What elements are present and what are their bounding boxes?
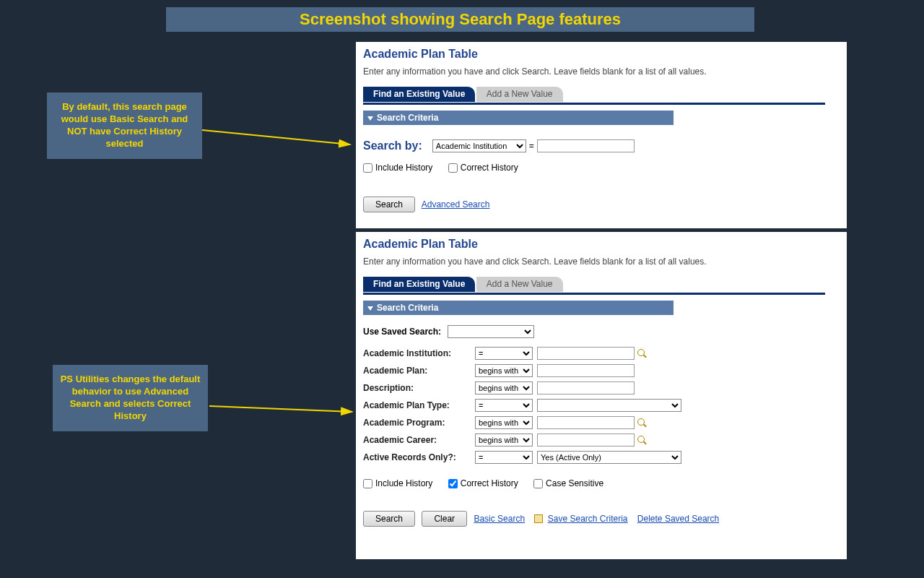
instructions: Enter any information you have and click… — [363, 256, 840, 267]
value-input[interactable] — [537, 364, 635, 377]
tab-add-new[interactable]: Add a New Value — [476, 277, 563, 292]
save-search-link[interactable]: Save Search Criteria — [548, 514, 628, 524]
value-input[interactable] — [537, 434, 635, 447]
search-criteria-header[interactable]: Search Criteria — [363, 301, 674, 315]
lookup-icon[interactable] — [637, 349, 648, 359]
operator-select[interactable]: = — [475, 347, 533, 360]
criteria-table: Academic Institution:=Academic Plan:begi… — [363, 342, 686, 468]
operator-select[interactable]: = — [475, 451, 533, 464]
correct-history-checkbox[interactable]: Correct History — [448, 478, 518, 488]
criteria-row: Academic Plan Type:= — [363, 399, 686, 412]
correct-history-checkbox[interactable]: Correct History — [448, 163, 518, 173]
criteria-row: Academic Program:begins with — [363, 416, 686, 429]
search-value-input[interactable] — [537, 139, 635, 152]
page-heading: Academic Plan Table — [363, 48, 840, 61]
field-label: Academic Plan Type: — [363, 399, 475, 412]
criteria-row: Academic Career:begins with — [363, 434, 686, 447]
svg-line-1 — [209, 406, 352, 412]
field-label: Academic Institution: — [363, 347, 475, 360]
svg-line-0 — [202, 130, 350, 144]
value-input[interactable] — [537, 347, 635, 360]
tab-add-new[interactable]: Add a New Value — [476, 87, 563, 102]
criteria-row: Description:begins with — [363, 381, 686, 394]
value-select[interactable]: Yes (Active Only) — [537, 451, 681, 464]
criteria-row: Academic Institution:= — [363, 347, 686, 360]
correct-history-label: Correct History — [461, 478, 518, 488]
tab-row: Find an Existing Value Add a New Value — [363, 277, 840, 293]
search-by-label: Search by: — [363, 139, 422, 152]
value-input[interactable] — [537, 416, 635, 429]
criteria-header-label: Search Criteria — [377, 303, 438, 313]
clear-button[interactable]: Clear — [422, 511, 467, 527]
operator-select[interactable]: = — [475, 399, 533, 412]
lookup-icon[interactable] — [637, 436, 648, 446]
include-history-checkbox[interactable]: Include History — [363, 478, 432, 488]
criteria-header-label: Search Criteria — [377, 113, 438, 123]
field-label: Active Records Only?: — [363, 451, 475, 464]
search-button[interactable]: Search — [363, 511, 415, 527]
tab-find-existing[interactable]: Find an Existing Value — [363, 87, 475, 102]
case-sensitive-label: Case Sensitive — [546, 478, 603, 488]
search-by-select[interactable]: Academic Institution — [432, 139, 526, 152]
use-saved-select[interactable] — [448, 325, 534, 338]
operator-select[interactable]: begins with — [475, 434, 533, 447]
search-criteria-header[interactable]: Search Criteria — [363, 111, 674, 125]
include-history-label: Include History — [375, 478, 432, 488]
search-button[interactable]: Search — [363, 197, 415, 212]
instructions: Enter any information you have and click… — [363, 66, 840, 77]
operator-select[interactable]: begins with — [475, 416, 533, 429]
criteria-row: Academic Plan:begins with — [363, 364, 686, 377]
equals-sign: = — [529, 141, 534, 151]
operator-select[interactable]: begins with — [475, 364, 533, 377]
page-heading: Academic Plan Table — [363, 238, 840, 251]
tab-find-existing[interactable]: Find an Existing Value — [363, 277, 475, 292]
tab-underline — [363, 103, 825, 105]
advanced-search-panel: Academic Plan Table Enter any informatio… — [356, 232, 847, 559]
basic-search-link[interactable]: Basic Search — [474, 514, 525, 524]
callout-basic-default: By default, this search page would use B… — [47, 92, 202, 159]
field-label: Academic Career: — [363, 434, 475, 447]
tab-row: Find an Existing Value Add a New Value — [363, 87, 840, 103]
basic-search-panel: Academic Plan Table Enter any informatio… — [356, 42, 847, 228]
value-input[interactable] — [537, 381, 635, 394]
callout-advanced-default: PS Utilities changes the default behavio… — [53, 365, 208, 431]
case-sensitive-checkbox[interactable]: Case Sensitive — [533, 478, 603, 488]
save-icon — [534, 514, 543, 523]
correct-history-label: Correct History — [461, 163, 518, 173]
tab-underline — [363, 293, 825, 295]
delete-search-link[interactable]: Delete Saved Search — [637, 514, 719, 524]
field-label: Academic Plan: — [363, 364, 475, 377]
operator-select[interactable]: begins with — [475, 381, 533, 394]
criteria-row: Active Records Only?:=Yes (Active Only) — [363, 451, 686, 464]
collapse-icon — [367, 116, 373, 121]
use-saved-label: Use Saved Search: — [363, 327, 441, 337]
field-label: Description: — [363, 381, 475, 394]
arrow-callout2 — [209, 390, 361, 426]
collapse-icon — [367, 306, 373, 311]
include-history-checkbox[interactable]: Include History — [363, 163, 432, 173]
field-label: Academic Program: — [363, 416, 475, 429]
value-select[interactable] — [537, 399, 681, 412]
page-title-banner: Screenshot showing Search Page features — [166, 7, 754, 32]
advanced-search-link[interactable]: Advanced Search — [422, 199, 490, 210]
include-history-label: Include History — [375, 163, 432, 173]
lookup-icon[interactable] — [637, 418, 648, 428]
arrow-callout1 — [202, 112, 361, 155]
